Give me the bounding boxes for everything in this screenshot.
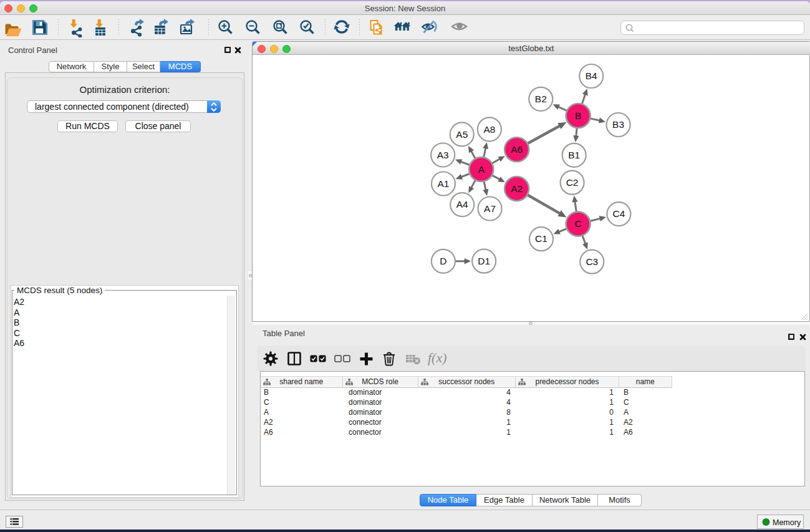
svg-text:C2: C2: [566, 177, 579, 188]
svg-text:B: B: [575, 110, 581, 121]
svg-text:A: A: [478, 164, 485, 175]
svg-text:B3: B3: [612, 119, 624, 130]
svg-text:A7: A7: [484, 203, 496, 214]
svg-text:A5: A5: [456, 129, 468, 140]
svg-text:B4: B4: [586, 70, 597, 81]
svg-text:D: D: [440, 256, 446, 266]
svg-text:A1: A1: [438, 178, 450, 189]
svg-text:C: C: [574, 218, 581, 229]
svg-text:A4: A4: [456, 199, 468, 210]
svg-text:A6: A6: [511, 144, 523, 155]
svg-text:C4: C4: [612, 208, 625, 219]
svg-text:A3: A3: [437, 150, 449, 160]
svg-text:A2: A2: [511, 183, 523, 194]
svg-text:C1: C1: [535, 233, 547, 244]
svg-text:D1: D1: [478, 256, 490, 266]
svg-text:B2: B2: [535, 94, 547, 104]
svg-text:A8: A8: [483, 124, 495, 135]
svg-text:C3: C3: [586, 256, 598, 267]
svg-text:B1: B1: [568, 150, 580, 160]
